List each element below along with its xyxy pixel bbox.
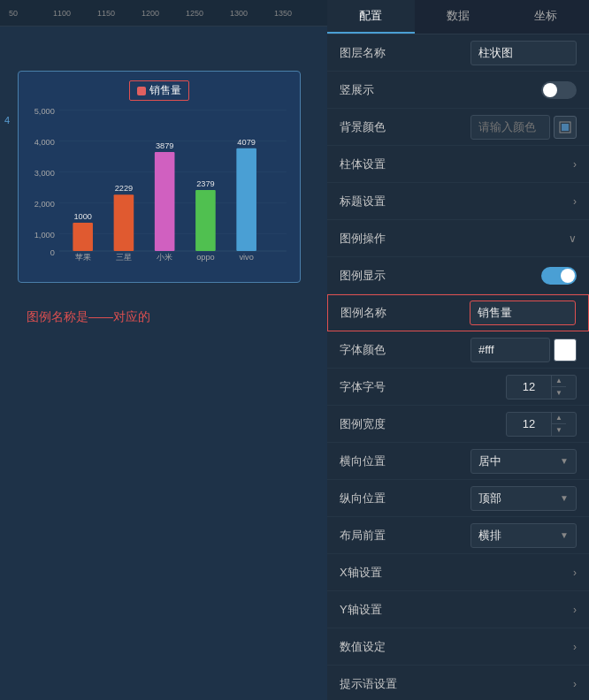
- font-size-up[interactable]: ▲: [552, 376, 566, 388]
- font-color-input-wrapper: [470, 338, 577, 362]
- legend-operation-chevron: ∨: [569, 232, 577, 245]
- font-size-input-wrapper: ▲ ▼: [506, 375, 577, 399]
- ruler-marks: 50 1100 1150 1200 1250 1300 1350: [9, 9, 318, 18]
- layout-arrow: ▼: [560, 530, 569, 540]
- svg-text:5,000: 5,000: [34, 108, 55, 116]
- legend-width-input[interactable]: [507, 417, 551, 430]
- y-axis-label: 4: [4, 115, 10, 126]
- h-position-arrow: ▼: [560, 456, 569, 466]
- legend-name-input[interactable]: [470, 301, 576, 325]
- legend-display-label: 图例显示: [340, 268, 402, 284]
- svg-rect-28: [562, 124, 569, 131]
- ruler-mark: 1100: [53, 9, 97, 18]
- h-position-row: 横向位置 居中 ▼: [327, 443, 589, 480]
- legend-label: 销售量: [149, 83, 181, 98]
- font-size-value: ▲ ▼: [506, 375, 577, 399]
- bg-color-row: 背景颜色: [327, 109, 589, 146]
- svg-text:2,000: 2,000: [34, 200, 55, 209]
- legend-width-row: 图例宽度 ▲ ▼: [327, 406, 589, 443]
- layout-label: 布局前置: [340, 528, 402, 544]
- v-position-label: 纵向位置: [340, 491, 402, 506]
- svg-text:2229: 2229: [115, 184, 134, 193]
- bar-settings-row[interactable]: 柱体设置 ›: [327, 146, 589, 183]
- ruler: 50 1100 1150 1200 1250 1300 1350: [0, 0, 327, 27]
- vertical-row: 竖展示: [327, 72, 589, 109]
- svg-text:3,000: 3,000: [34, 169, 55, 178]
- legend-toggle-knob: [561, 269, 575, 283]
- chart-annotation: 图例名称是——对应的: [27, 309, 150, 325]
- svg-rect-18: [155, 152, 175, 251]
- legend-width-value: ▲ ▼: [506, 412, 577, 437]
- svg-text:小米: 小米: [157, 253, 172, 262]
- bg-color-input[interactable]: [470, 115, 550, 140]
- layer-name-input[interactable]: [470, 41, 577, 65]
- svg-text:3879: 3879: [156, 141, 174, 150]
- legend-width-down[interactable]: ▼: [552, 424, 566, 436]
- ruler-mark: 1150: [97, 9, 142, 18]
- chart-svg-wrapper: 5,000 4,000 3,000 2,000 1,000 0 1000 苹果 …: [27, 108, 291, 267]
- legend-width-up[interactable]: ▲: [552, 413, 566, 425]
- font-size-down[interactable]: ▼: [552, 387, 566, 399]
- bar-settings-label: 柱体设置: [340, 156, 402, 172]
- v-position-select[interactable]: 顶部 ▼: [470, 486, 577, 511]
- h-position-value: 居中: [478, 453, 501, 469]
- font-size-arrows: ▲ ▼: [551, 376, 566, 399]
- tab-axis[interactable]: 坐标: [501, 0, 589, 34]
- font-color-label: 字体颜色: [340, 342, 402, 358]
- y-axis-row[interactable]: Y轴设置 ›: [327, 591, 589, 628]
- color-picker-icon: [559, 121, 571, 133]
- svg-text:vivo: vivo: [239, 253, 253, 262]
- tooltip-settings-row[interactable]: 提示语设置 ›: [327, 666, 589, 700]
- layer-name-row: 图层名称: [327, 34, 589, 72]
- svg-rect-24: [236, 148, 256, 251]
- title-settings-label: 标题设置: [340, 194, 402, 209]
- svg-rect-15: [114, 194, 134, 251]
- h-position-select[interactable]: 居中 ▼: [470, 449, 577, 474]
- tooltip-settings-chevron: ›: [573, 678, 577, 690]
- toggle-knob: [543, 83, 557, 97]
- chart-container: 销售量 5,000 4,000 3,000 2,000 1,000 0: [18, 71, 301, 283]
- layer-name-value: [470, 41, 577, 65]
- legend-width-label: 图例宽度: [340, 416, 402, 432]
- svg-text:2379: 2379: [196, 179, 215, 188]
- v-position-arrow: ▼: [560, 493, 569, 503]
- legend-item: 销售量: [129, 80, 189, 101]
- h-position-label: 横向位置: [340, 453, 402, 469]
- font-color-swatch[interactable]: [554, 339, 577, 361]
- x-axis-row[interactable]: X轴设置 ›: [327, 554, 589, 591]
- ruler-mark: 1250: [186, 9, 230, 18]
- bg-color-input-wrapper: [470, 115, 577, 140]
- title-settings-row[interactable]: 标题设置 ›: [327, 183, 589, 220]
- font-size-input[interactable]: [507, 380, 551, 393]
- legend-operation-row[interactable]: 图例操作 ∨: [327, 220, 589, 257]
- tab-config[interactable]: 配置: [327, 0, 415, 34]
- vertical-toggle[interactable]: [541, 81, 577, 99]
- svg-text:4079: 4079: [237, 138, 256, 147]
- tooltip-settings-label: 提示语设置: [340, 676, 402, 692]
- layout-select[interactable]: 横排 ▼: [470, 523, 577, 548]
- legend-display-toggle[interactable]: [541, 267, 577, 285]
- font-color-input[interactable]: [470, 338, 550, 362]
- value-settings-chevron: ›: [573, 641, 577, 653]
- v-position-row: 纵向位置 顶部 ▼: [327, 480, 589, 517]
- chart-panel: 50 1100 1150 1200 1250 1300 1350 4 销售量: [0, 0, 327, 700]
- bar-settings-chevron: ›: [573, 158, 577, 171]
- value-settings-row[interactable]: 数值设定 ›: [327, 628, 589, 666]
- title-settings-chevron: ›: [573, 195, 577, 208]
- bg-color-swatch[interactable]: [554, 116, 577, 139]
- settings-panel: 配置 数据 坐标 图层名称 竖展示 背景颜色: [327, 0, 589, 700]
- ruler-mark: 1200: [142, 9, 186, 18]
- legend-dot: [137, 87, 146, 95]
- layout-value: 横排: [478, 528, 501, 544]
- x-axis-chevron: ›: [573, 567, 577, 579]
- legend-name-row: 图例名称: [327, 294, 589, 331]
- vertical-toggle-wrapper: [541, 81, 577, 99]
- tab-data[interactable]: 数据: [415, 0, 502, 34]
- layer-name-label: 图层名称: [340, 45, 402, 61]
- svg-text:0: 0: [50, 248, 55, 257]
- svg-rect-21: [195, 190, 216, 251]
- legend-width-input-wrapper: ▲ ▼: [506, 412, 577, 437]
- chart-legend: 销售量: [27, 80, 291, 101]
- font-color-row: 字体颜色: [327, 331, 589, 369]
- bg-color-label: 背景颜色: [340, 119, 402, 135]
